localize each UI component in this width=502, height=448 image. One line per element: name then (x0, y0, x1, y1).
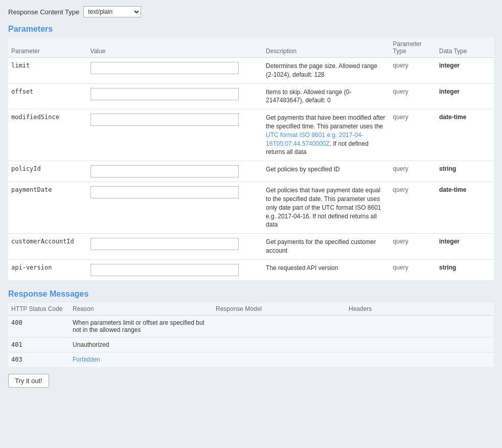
reason-text-forbidden: Forbidden (73, 356, 100, 363)
param-name: paymentDate (11, 186, 52, 193)
table-row: customerAccountId Get payments for the s… (8, 234, 494, 260)
param-type: query (393, 165, 408, 172)
param-desc: Get policies by specified ID (266, 166, 340, 173)
param-input-policyid[interactable] (90, 165, 239, 177)
col-header-status-code: HTTP Status Code (8, 303, 70, 316)
param-input-apiversion[interactable] (90, 264, 239, 276)
col-header-headers: Headers (346, 303, 494, 316)
param-input-paymentdate[interactable] (90, 186, 239, 198)
param-desc: Get payments that have been modified aft… (266, 114, 385, 155)
response-model-cell (213, 337, 346, 352)
data-type: date-time (439, 114, 466, 121)
response-messages-section-title: Response Messages (8, 289, 494, 299)
param-input-customeraccountid[interactable] (90, 238, 239, 250)
param-input-modifiedsince[interactable] (90, 114, 239, 126)
main-container: Response Content Type text/plain applica… (0, 0, 502, 448)
param-name: policyId (11, 165, 41, 172)
col-header-reason: Reason (70, 303, 213, 316)
status-code: 403 (11, 356, 22, 363)
param-type: query (393, 88, 408, 95)
param-type: query (393, 238, 408, 245)
param-desc: The requested API version (266, 264, 338, 272)
table-row: paymentDate Get policies that have payme… (8, 182, 494, 234)
col-header-parameter-type: ParameterType (390, 38, 436, 58)
utc-format-link: UTC format ISO 8601 e.g. 2017-04-16T05:0… (266, 131, 363, 147)
param-desc: Determines the page size. Allowed range … (266, 62, 377, 78)
param-name: limit (11, 62, 30, 69)
response-messages-table: HTTP Status Code Reason Response Model H… (8, 303, 494, 367)
table-row: policyId Get policies by specified ID qu… (8, 161, 494, 182)
response-model-cell (213, 315, 346, 337)
param-type: query (393, 264, 408, 271)
table-row: 403 Forbidden (8, 352, 494, 367)
table-row: 401 Unauthorized (8, 337, 494, 352)
table-row: api-version The requested API version qu… (8, 259, 494, 280)
data-type: integer (439, 62, 460, 69)
param-input-offset[interactable] (90, 88, 239, 100)
content-type-select[interactable]: text/plain application/json application/… (83, 6, 141, 17)
col-header-description: Description (263, 38, 390, 58)
table-row: offset Items to skip. Allowed range (0-2… (8, 83, 494, 109)
param-name: modifiedSince (11, 114, 59, 121)
table-row: 400 When parameters limit or offset are … (8, 315, 494, 337)
table-row: modifiedSince Get payments that have bee… (8, 109, 494, 161)
data-type: date-time (439, 186, 466, 193)
try-it-out-button[interactable]: Try it out! (8, 374, 49, 388)
reason-text: Unauthorized (73, 341, 109, 348)
param-desc: Items to skip. Allowed range (0-21474836… (266, 88, 351, 104)
data-type: integer (439, 238, 460, 245)
data-type: string (439, 165, 456, 172)
col-header-value: Value (87, 38, 263, 58)
param-desc: Get policies that have payment date equa… (266, 187, 381, 228)
param-type: query (393, 186, 408, 193)
param-type: query (393, 114, 408, 121)
param-name: api-version (11, 264, 52, 271)
param-input-limit[interactable] (90, 62, 239, 74)
param-type: query (393, 62, 408, 69)
headers-cell (346, 315, 494, 337)
parameters-section-title: Parameters (8, 25, 494, 34)
param-desc: Get payments for the specified customer … (266, 238, 376, 254)
data-type: string (439, 264, 456, 271)
reason-text: When parameters limit or offset are spec… (73, 319, 204, 333)
status-code: 401 (11, 341, 22, 348)
response-content-type-label: Response Content Type (8, 8, 79, 16)
parameters-table: Parameter Value Description ParameterTyp… (8, 38, 494, 280)
response-model-cell (213, 352, 346, 367)
col-header-data-type: Data Type (436, 38, 494, 58)
col-header-response-model: Response Model (213, 303, 346, 316)
table-row: limit Determines the page size. Allowed … (8, 58, 494, 84)
status-code: 400 (11, 319, 22, 326)
param-name: offset (11, 88, 33, 95)
headers-cell (346, 352, 494, 367)
data-type: integer (439, 88, 460, 95)
col-header-parameter: Parameter (8, 38, 87, 58)
headers-cell (346, 337, 494, 352)
response-content-type-row: Response Content Type text/plain applica… (8, 6, 494, 17)
param-name: customerAccountId (11, 238, 74, 245)
